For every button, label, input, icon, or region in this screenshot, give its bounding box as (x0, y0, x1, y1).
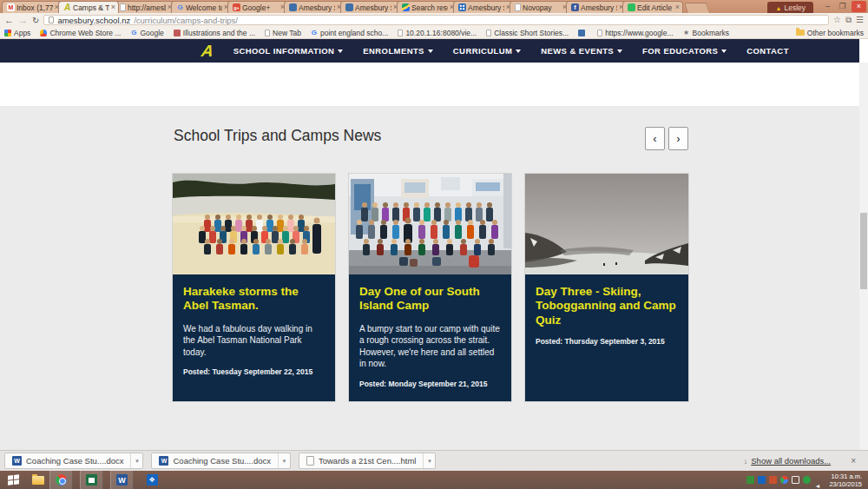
tab-camps-and-trips[interactable]: Camps & Trips - × (58, 1, 119, 13)
menu-icon[interactable]: ☰ (856, 16, 864, 24)
card-title[interactable]: Day Three - Skiing, Tobogganning and Cam… (536, 285, 678, 327)
tab-amesbury-url[interactable]: http://amesbury × (115, 1, 175, 13)
bookmark-point-england[interactable]: point england scho... (311, 29, 388, 37)
vertical-scrollbar[interactable] (859, 63, 868, 450)
browser-window: Inbox (1,774) - ... × Camps & Trips - × … (0, 0, 868, 489)
bookmark-google[interactable]: Google (130, 29, 163, 37)
amesbury-logo[interactable]: A (201, 43, 215, 60)
dropbox-button[interactable] (141, 471, 164, 489)
nav-label: SCHOOL INFORMATION (233, 46, 335, 56)
back-icon[interactable]: ← (4, 16, 14, 25)
bookmark-short-stories[interactable]: Classic Short Stories... (486, 29, 569, 37)
tray-app-icon[interactable] (746, 476, 754, 484)
card-title[interactable]: Day One of our South Island Camp (359, 285, 501, 314)
site-blue-icon (578, 30, 585, 36)
download-item-2[interactable]: Coaching Case Stu....docx ▼ (151, 453, 290, 469)
nav-enrolments[interactable]: ENROLMENTS (363, 46, 433, 56)
bookmark-label: https://www.google... (605, 29, 673, 37)
news-card-day-three[interactable]: Day Three - Skiing, Tobogganning and Cam… (525, 174, 688, 401)
drive-icon (402, 3, 410, 11)
word-button[interactable]: W (110, 471, 134, 489)
restore-button[interactable]: ❐ (835, 1, 850, 12)
reload-icon[interactable]: ↻ (32, 16, 39, 25)
tab-strip: Inbox (1,774) - ... × Camps & Trips - × … (0, 0, 868, 13)
close-button[interactable]: × (852, 1, 866, 12)
tab-amesbury-facebook[interactable]: Amesbury Schoo × (566, 1, 627, 13)
chevron-down-icon[interactable]: ▼ (130, 453, 142, 468)
tab-close-icon[interactable]: × (111, 3, 115, 11)
bookmark-apps[interactable]: Apps (4, 29, 30, 37)
chrome-tray-icon[interactable] (780, 476, 788, 484)
nav-school-information[interactable]: SCHOOL INFORMATION (233, 46, 344, 56)
tab-amesbury-2[interactable]: Amesbury Schoo × (340, 1, 401, 13)
tab-edit-article[interactable]: Edit Article — A × (622, 1, 683, 13)
nav-news-events[interactable]: NEWS & EVENTS (541, 46, 622, 56)
bookmark-google-url[interactable]: https://www.google... (597, 29, 673, 37)
card-posted-date: Posted: Tuesday September 22, 2015 (183, 367, 325, 376)
file-explorer-button[interactable] (26, 471, 49, 489)
store-app-button[interactable] (80, 471, 103, 489)
download-item-3[interactable]: Towards a 21st Cen....html ▼ (299, 453, 436, 469)
tab-amesbury-3[interactable]: Amesbury Schoo × (453, 1, 514, 13)
next-arrow-button[interactable]: › (668, 127, 688, 150)
url-host: amesbury.school.nz (57, 16, 130, 25)
tab-amesbury-1[interactable]: Amesbury Schoo × (284, 1, 345, 13)
taskbar-clock[interactable]: 10:31 a.m. 23/10/2015 (825, 472, 865, 488)
warning-icon (775, 3, 781, 12)
cast-icon[interactable]: ⧉ (845, 16, 852, 24)
windows-taskbar: W 10:31 a.m. 23/10/2015 (0, 471, 868, 489)
tab-welcome[interactable]: Welcome to Am × (171, 1, 232, 13)
address-bar[interactable]: amesbury.school.nz /curriculum/camps-and… (43, 15, 829, 25)
tab-gmail-inbox[interactable]: Inbox (1,774) - ... × (2, 1, 62, 13)
scrollbar-thumb[interactable] (860, 213, 867, 289)
bookmark-star-icon[interactable]: ☆ (833, 16, 841, 24)
display-icon[interactable] (792, 476, 799, 484)
bookmark-label: Apps (14, 29, 30, 37)
sync-icon[interactable] (803, 476, 811, 484)
tab-google-plus[interactable]: Google+ × (227, 1, 288, 13)
close-icon[interactable]: × (851, 456, 856, 466)
minimize-button[interactable]: – (820, 1, 835, 12)
bookmark-blue-site[interactable] (578, 30, 588, 36)
chevron-down-icon (617, 50, 622, 53)
chevron-down-icon[interactable]: ▼ (278, 453, 290, 468)
tab-close-icon[interactable]: × (675, 3, 680, 11)
new-tab-button[interactable] (684, 3, 710, 13)
dropbox-tray-icon[interactable] (758, 476, 766, 484)
bookmark-illustrations[interactable]: Illustrations and the ... (174, 29, 255, 37)
other-bookmarks[interactable]: Other bookmarks (796, 29, 864, 37)
card-title[interactable]: Harakeke storms the Abel Tasman. (183, 285, 325, 314)
forward-icon[interactable]: → (18, 16, 28, 25)
system-tray: 10:31 a.m. 23/10/2015 (746, 472, 868, 488)
nav-label: ENROLMENTS (363, 46, 424, 56)
bookmark-ip-address[interactable]: 10.20.1.16:8080/vie... (398, 29, 477, 37)
browser-toolbar: ← → ↻ amesbury.school.nz /curriculum/cam… (0, 13, 868, 27)
bookmark-webstore[interactable]: Chrome Web Store ... (40, 29, 121, 37)
profile-badge[interactable]: Lesley (767, 2, 813, 13)
indoor-group-photo (349, 174, 511, 274)
nav-contact[interactable]: CONTACT (746, 46, 789, 56)
show-all-downloads-link[interactable]: Show all downloads... (744, 456, 831, 466)
chrome-icon (56, 474, 67, 486)
start-button[interactable] (0, 471, 26, 489)
nav-curriculum[interactable]: CURRICULUM (453, 46, 521, 56)
html-file-icon (306, 456, 314, 466)
bookmark-new-tab[interactable]: New Tab (265, 29, 301, 37)
profile-name: Lesley (784, 3, 806, 12)
bookmark-bookmarks[interactable]: Bookmarks (683, 29, 730, 37)
news-card-abel-tasman[interactable]: Harakeke storms the Abel Tasman. We had … (173, 174, 335, 401)
volume-icon[interactable] (814, 476, 822, 484)
news-card-day-one[interactable]: Day One of our South Island Camp A bumpy… (349, 174, 511, 401)
tray-audio-icon[interactable] (769, 476, 777, 484)
chevron-down-icon[interactable]: ▼ (423, 453, 435, 468)
tab-label: Amesbury Schoo (468, 3, 504, 12)
chrome-button[interactable] (49, 471, 73, 489)
word-file-icon (159, 456, 168, 466)
tab-search-results[interactable]: Search results - × (397, 1, 457, 13)
tab-label: Google+ (242, 3, 279, 12)
download-arrow-icon (744, 456, 748, 466)
download-item-1[interactable]: Coaching Case Stu....docx ▼ (4, 453, 143, 469)
nav-for-educators[interactable]: FOR EDUCATORS (642, 46, 727, 56)
prev-arrow-button[interactable]: ‹ (645, 127, 665, 150)
tab-novopay[interactable]: Novopay × (510, 1, 570, 13)
